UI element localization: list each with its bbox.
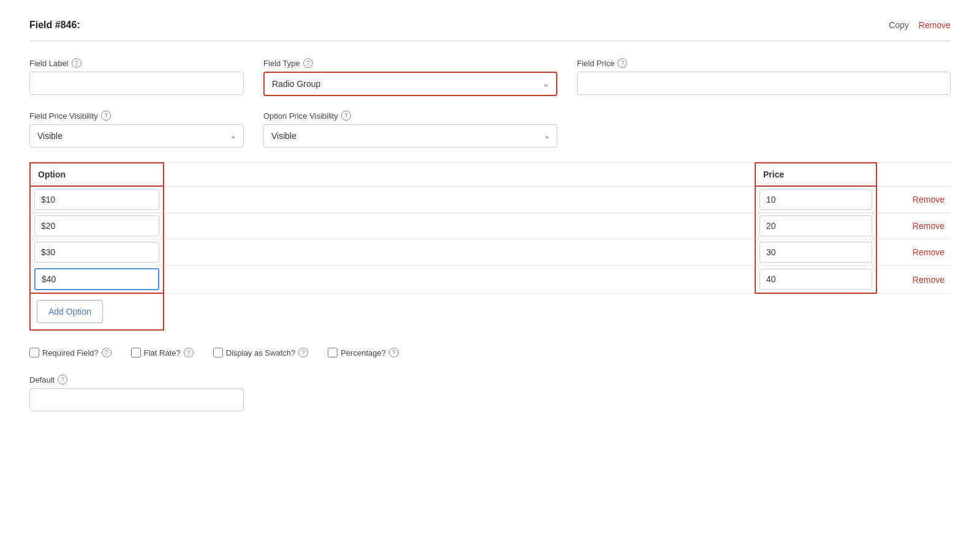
- field-price-input[interactable]: [577, 72, 951, 95]
- field-label-group: Field Label ?: [29, 58, 244, 95]
- display-as-swatch-checkbox[interactable]: [213, 348, 223, 357]
- option-price-visibility-help-icon[interactable]: ?: [341, 111, 351, 121]
- option-row-3-middle: [164, 239, 755, 266]
- remove-row-4-button[interactable]: Remove: [910, 271, 947, 288]
- option-price-visibility-select-wrapper: Visible Hidden ⌄: [263, 124, 557, 148]
- price-input-2[interactable]: [760, 215, 872, 236]
- field-price-visibility-group: Field Price Visibility ? Visible Hidden …: [29, 111, 244, 148]
- field-header: Field #846: Copy Remove: [29, 20, 951, 41]
- field-header-actions: Copy Remove: [889, 20, 951, 30]
- flat-rate-checkbox-group: Flat Rate? ?: [131, 348, 194, 357]
- percentage-label: Percentage?: [341, 348, 386, 357]
- col-header-middle: [164, 162, 755, 187]
- price-input-1[interactable]: [760, 189, 872, 210]
- remove-button[interactable]: Remove: [919, 20, 951, 30]
- options-section: Option Price Remove: [29, 162, 951, 331]
- remove-row-3-button[interactable]: Remove: [910, 244, 947, 261]
- field-price-help-icon[interactable]: ?: [617, 58, 627, 68]
- checkboxes-row: Required Field? ? Flat Rate? ? Display a…: [29, 348, 951, 357]
- field-price-visibility-select[interactable]: Visible Hidden: [29, 124, 244, 148]
- field-price-group: Field Price ?: [577, 58, 951, 95]
- percentage-help-icon[interactable]: ?: [389, 348, 399, 357]
- field-type-help-icon[interactable]: ?: [303, 58, 313, 68]
- option-price-visibility-label: Option Price Visibility ?: [263, 111, 557, 121]
- field-label-label: Field Label ?: [29, 58, 244, 68]
- option-row-2-price: [755, 213, 877, 239]
- add-option-price-cell: [755, 294, 877, 331]
- price-input-4[interactable]: [760, 269, 872, 290]
- option-row-1-price: [755, 187, 877, 213]
- field-label-input[interactable]: [29, 72, 244, 95]
- option-input-2[interactable]: [34, 215, 159, 236]
- option-input-4[interactable]: [34, 268, 159, 290]
- add-option-middle: [164, 294, 755, 331]
- option-input-3[interactable]: [34, 242, 159, 263]
- option-row-1-option: [29, 187, 164, 213]
- field-price-visibility-help-icon[interactable]: ?: [101, 111, 111, 121]
- required-field-checkbox-group: Required Field? ?: [29, 348, 111, 357]
- option-price-visibility-group: Option Price Visibility ? Visible Hidden…: [263, 111, 557, 148]
- percentage-checkbox[interactable]: [328, 348, 337, 357]
- option-row-4-middle: [164, 266, 755, 294]
- flat-rate-help-icon[interactable]: ?: [184, 348, 194, 357]
- price-input-3[interactable]: [760, 242, 872, 263]
- default-help-icon[interactable]: ?: [58, 375, 67, 384]
- add-option-button[interactable]: Add Option: [37, 300, 103, 323]
- display-as-swatch-checkbox-group: Display as Swatch? ?: [213, 348, 308, 357]
- col-header-action: [877, 162, 951, 187]
- field-price-label: Field Price ?: [577, 58, 951, 68]
- default-input[interactable]: [29, 388, 244, 411]
- option-row-3-option: [29, 239, 164, 266]
- field-price-visibility-select-wrapper: Visible Hidden ⌄: [29, 124, 244, 148]
- col-header-price: Price: [755, 162, 877, 187]
- default-section: Default ?: [29, 375, 951, 411]
- add-option-action-cell: [877, 294, 951, 331]
- field-price-visibility-label: Field Price Visibility ?: [29, 111, 244, 121]
- option-row-4-price: [755, 266, 877, 294]
- form-row-1: Field Label ? Field Type ? Radio Group T…: [29, 58, 951, 96]
- remove-row-1-button[interactable]: Remove: [910, 191, 947, 208]
- option-row-2-middle: [164, 213, 755, 239]
- flat-rate-checkbox[interactable]: [131, 348, 141, 357]
- remove-row-2-button[interactable]: Remove: [910, 217, 947, 234]
- option-price-visibility-select[interactable]: Visible Hidden: [263, 124, 557, 148]
- field-title: Field #846:: [29, 20, 80, 31]
- option-row-3-price: [755, 239, 877, 266]
- display-as-swatch-help-icon[interactable]: ?: [298, 348, 308, 357]
- default-label: Default ?: [29, 375, 951, 384]
- required-field-help-icon[interactable]: ?: [102, 348, 111, 357]
- percentage-checkbox-group: Percentage? ?: [328, 348, 399, 357]
- option-row-1-middle: [164, 187, 755, 213]
- option-row-1-action: Remove: [877, 187, 951, 213]
- field-label-help-icon[interactable]: ?: [72, 58, 81, 68]
- option-row-2-option: [29, 213, 164, 239]
- field-type-select[interactable]: Radio Group Text Checkbox Dropdown Texta…: [265, 73, 556, 95]
- form-row-2: Field Price Visibility ? Visible Hidden …: [29, 111, 951, 148]
- add-option-cell: Add Option: [29, 294, 164, 331]
- required-field-label: Required Field?: [42, 348, 99, 357]
- field-type-group: Field Type ? Radio Group Text Checkbox D…: [263, 58, 557, 96]
- col-header-option: Option: [29, 162, 164, 187]
- display-as-swatch-label: Display as Swatch?: [226, 348, 295, 357]
- flat-rate-label: Flat Rate?: [144, 348, 181, 357]
- option-row-2-action: Remove: [877, 213, 951, 239]
- option-row-4-option: [29, 266, 164, 294]
- field-type-label: Field Type ?: [263, 58, 557, 68]
- option-row-3-action: Remove: [877, 239, 951, 266]
- option-input-1[interactable]: [34, 189, 159, 210]
- copy-button[interactable]: Copy: [889, 20, 909, 30]
- option-row-4-action: Remove: [877, 266, 951, 294]
- required-field-checkbox[interactable]: [29, 348, 39, 357]
- field-type-select-wrapper: Radio Group Text Checkbox Dropdown Texta…: [263, 72, 557, 96]
